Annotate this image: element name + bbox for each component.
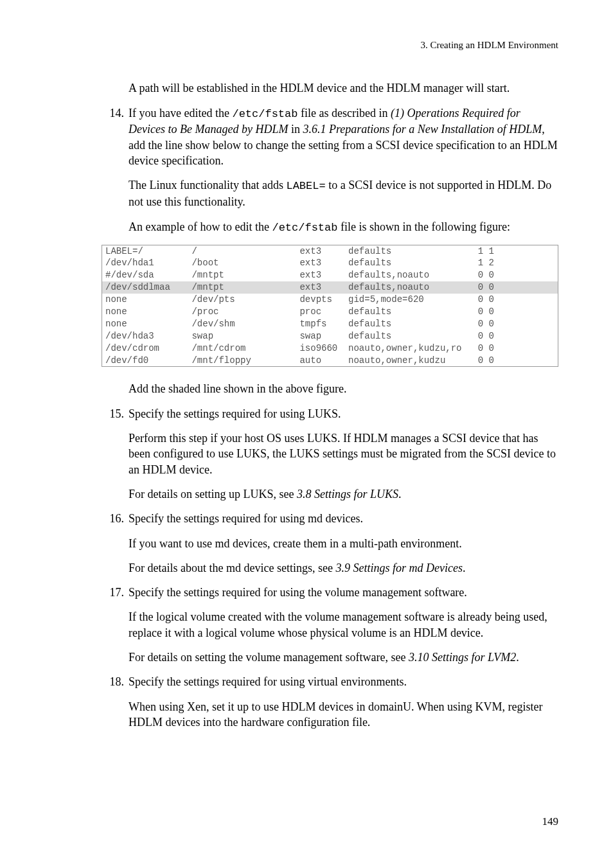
text: For details on setting up LUKS, see xyxy=(129,488,297,500)
step-body: Specify the settings required for using … xyxy=(129,585,558,600)
code-label: LABEL= xyxy=(286,180,325,192)
step-number: 16. xyxy=(102,511,124,526)
after-fstab-para: Add the shaded line shown in the above f… xyxy=(129,381,558,396)
step-number: 17. xyxy=(102,585,124,600)
text: in xyxy=(288,123,303,136)
step-17-p1: If the logical volume created with the v… xyxy=(129,609,558,641)
step-15-p2: For details on setting up LUKS, see 3.8 … xyxy=(129,486,558,502)
step-number: 14. xyxy=(102,105,124,121)
fstab-row: /dev/cdrom /mnt/cdrom iso9660 noauto,own… xyxy=(102,342,558,355)
text: file as described in xyxy=(298,107,390,120)
text: For details on setting the volume manage… xyxy=(129,651,409,664)
step-18-p1: When using Xen, set it up to use HDLM de… xyxy=(129,699,558,731)
text: If you have edited the xyxy=(129,107,232,120)
step-14: 14. If you have edited the /etc/fstab fi… xyxy=(102,105,558,169)
step-17-p2: For details on setting the volume manage… xyxy=(129,650,558,665)
text: . xyxy=(516,651,519,664)
fstab-row: LABEL=/ / ext3 defaults 1 1 xyxy=(102,245,558,258)
text: An example of how to edit the xyxy=(129,220,272,233)
step-number: 15. xyxy=(102,406,124,421)
code-path: /etc/fstab xyxy=(272,222,337,234)
fstab-row: none /proc proc defaults 0 0 xyxy=(102,306,558,318)
step-16: 16. Specify the settings required for us… xyxy=(102,511,558,526)
fstab-row: /dev/sddlmaa /mntpt ext3 defaults,noauto… xyxy=(102,281,558,294)
step-15-p1: Perform this step if your host OS uses L… xyxy=(129,430,558,477)
page-header-chapter: 3. Creating an HDLM Environment xyxy=(55,39,558,51)
intro-paragraph: A path will be established in the HDLM d… xyxy=(129,80,558,96)
step-body: Specify the settings required for using … xyxy=(129,674,558,689)
text: . xyxy=(463,562,466,574)
reference: 3.10 Settings for LVM2 xyxy=(409,651,516,664)
fstab-row: /dev/hda3 swap swap defaults 0 0 xyxy=(102,330,558,342)
page-number: 149 xyxy=(542,815,559,829)
fstab-figure: LABEL=/ / ext3 defaults 1 1/dev/hda1 /bo… xyxy=(102,245,558,368)
step-14-p2: The Linux functionality that adds LABEL=… xyxy=(129,177,558,209)
code-path: /etc/fstab xyxy=(232,108,298,120)
text: For details about the md device settings… xyxy=(129,562,335,574)
step-17: 17. Specify the settings required for us… xyxy=(102,585,558,600)
step-18: 18. Specify the settings required for us… xyxy=(102,674,558,689)
step-body: Specify the settings required for using … xyxy=(129,511,558,526)
reference: 3.9 Settings for md Devices xyxy=(335,562,462,574)
step-16-p2: For details about the md device settings… xyxy=(129,560,558,576)
text: file is shown in the following figure: xyxy=(337,220,510,233)
step-number: 18. xyxy=(102,674,124,689)
fstab-row: none /dev/shm tmpfs defaults 0 0 xyxy=(102,318,558,330)
step-body: If you have edited the /etc/fstab file a… xyxy=(129,105,558,169)
step-body: Specify the settings required for using … xyxy=(129,406,558,421)
fstab-row: /dev/hda1 /boot ext3 defaults 1 2 xyxy=(102,257,558,269)
step-15: 15. Specify the settings required for us… xyxy=(102,406,558,421)
step-16-p1: If you want to use md devices, create th… xyxy=(129,536,558,551)
fstab-row: none /dev/pts devpts gid=5,mode=620 0 0 xyxy=(102,294,558,306)
text: . xyxy=(398,488,402,500)
reference: 3.6.1 Preparations for a New Installatio… xyxy=(303,123,542,136)
step-14-p3: An example of how to edit the /etc/fstab… xyxy=(129,219,558,236)
fstab-row: #/dev/sda /mntpt ext3 defaults,noauto 0 … xyxy=(102,269,558,281)
text: The Linux functionality that adds xyxy=(129,179,286,191)
reference: 3.8 Settings for LUKS xyxy=(297,488,398,500)
fstab-row: /dev/fd0 /mnt/floppy auto noauto,owner,k… xyxy=(102,355,558,367)
